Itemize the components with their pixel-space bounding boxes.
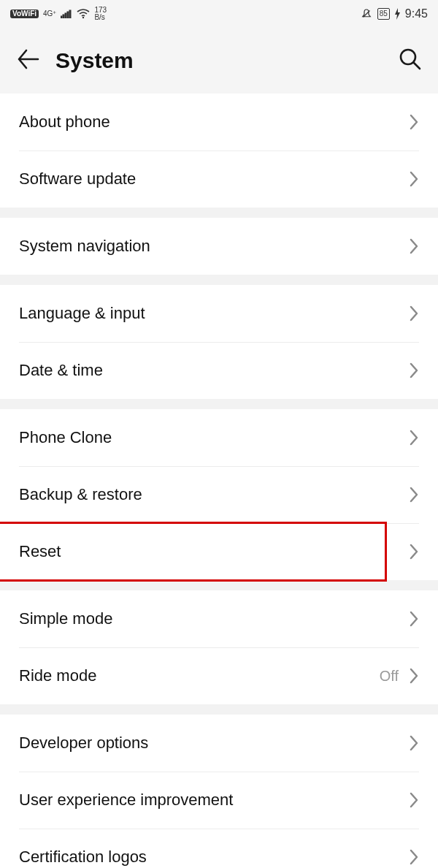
- page-title: System: [55, 48, 134, 73]
- row-label: About phone: [19, 113, 110, 132]
- row-label: Date & time: [19, 361, 103, 380]
- row-label: Developer options: [19, 734, 148, 753]
- row-label: Language & input: [19, 304, 145, 323]
- row-about[interactable]: About phone: [0, 94, 438, 151]
- section: System navigation: [0, 218, 438, 275]
- chevron-right-icon: [409, 791, 419, 809]
- mute-icon: [360, 7, 373, 20]
- section: Language & inputDate & time: [0, 285, 438, 399]
- wifi-icon: [77, 9, 90, 19]
- svg-rect-4: [69, 10, 71, 18]
- network-type: 4G⁺: [43, 10, 56, 18]
- row-label: Certification logos: [19, 848, 147, 867]
- search-button[interactable]: [399, 47, 422, 74]
- row-dev[interactable]: Developer options: [0, 715, 438, 772]
- section: Developer optionsUser experience improve…: [0, 715, 438, 868]
- row-label: User experience improvement: [19, 791, 233, 810]
- row-label: Reset: [19, 542, 61, 561]
- row-lang[interactable]: Language & input: [0, 285, 438, 342]
- chevron-right-icon: [409, 170, 419, 188]
- row-reset[interactable]: Reset: [0, 523, 438, 580]
- chevron-right-icon: [409, 486, 419, 503]
- svg-point-5: [82, 17, 84, 18]
- row-label: Ride mode: [19, 666, 96, 685]
- chevron-right-icon: [409, 543, 419, 560]
- svg-rect-0: [61, 16, 62, 18]
- row-backup[interactable]: Backup & restore: [0, 466, 438, 523]
- status-right: 85 9:45: [360, 7, 428, 20]
- row-sysnav[interactable]: System navigation: [0, 218, 438, 275]
- row-swupdate[interactable]: Software update: [0, 151, 438, 208]
- back-arrow-icon: [16, 47, 39, 71]
- chevron-right-icon: [409, 429, 419, 446]
- row-simple[interactable]: Simple mode: [0, 590, 438, 647]
- chevron-right-icon: [409, 734, 419, 752]
- back-button[interactable]: [16, 47, 39, 74]
- chevron-right-icon: [409, 667, 419, 685]
- row-label: System navigation: [19, 237, 150, 256]
- clock: 9:45: [405, 7, 428, 20]
- chevron-right-icon: [409, 848, 419, 866]
- section: Phone CloneBackup & restoreReset: [0, 409, 438, 580]
- svg-rect-1: [63, 15, 64, 18]
- row-clone[interactable]: Phone Clone: [0, 409, 438, 466]
- status-bar: VoWiFi 4G⁺ 173 B/s: [0, 0, 438, 28]
- chevron-right-icon: [409, 610, 419, 628]
- network-speed: 173 B/s: [94, 7, 107, 22]
- vowifi-badge: VoWiFi: [10, 9, 39, 18]
- row-ride[interactable]: Ride modeOff: [0, 647, 438, 704]
- section: Simple modeRide modeOff: [0, 590, 438, 704]
- signal-icon: [61, 9, 72, 18]
- row-label: Simple mode: [19, 609, 112, 628]
- status-left: VoWiFi 4G⁺ 173 B/s: [10, 7, 107, 22]
- chevron-right-icon: [409, 113, 419, 131]
- battery-level: 85: [377, 8, 390, 20]
- chevron-right-icon: [409, 305, 419, 322]
- row-cert[interactable]: Certification logos: [0, 829, 438, 868]
- search-icon: [399, 47, 422, 71]
- row-label: Phone Clone: [19, 428, 112, 447]
- svg-rect-3: [67, 12, 69, 18]
- row-value: Off: [380, 668, 403, 685]
- svg-line-7: [414, 63, 420, 69]
- row-ux[interactable]: User experience improvement: [0, 772, 438, 829]
- section: About phoneSoftware update: [0, 94, 438, 208]
- row-label: Software update: [19, 170, 136, 189]
- svg-point-6: [401, 50, 415, 64]
- header-bar: System: [0, 28, 438, 94]
- charging-icon: [394, 8, 401, 20]
- chevron-right-icon: [409, 362, 419, 379]
- row-date[interactable]: Date & time: [0, 342, 438, 399]
- svg-rect-2: [65, 13, 66, 18]
- chevron-right-icon: [409, 237, 419, 255]
- row-label: Backup & restore: [19, 485, 142, 504]
